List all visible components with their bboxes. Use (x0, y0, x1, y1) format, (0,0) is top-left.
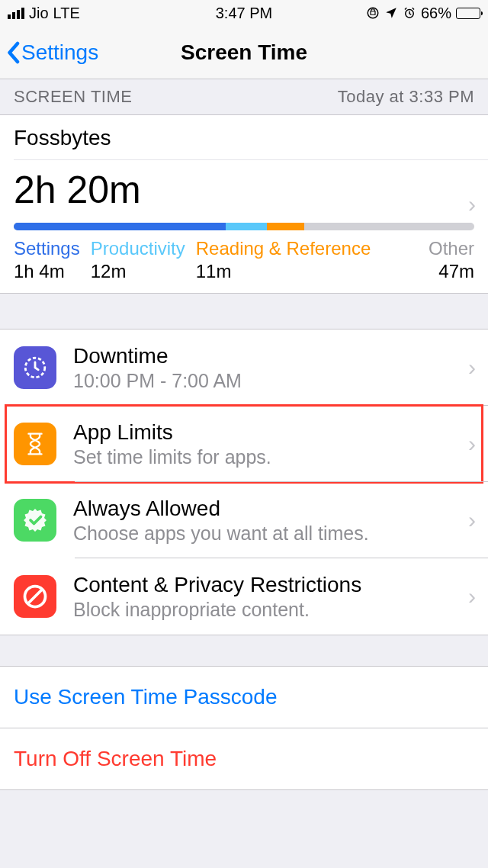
section-header: SCREEN TIME Today at 3:33 PM (0, 79, 488, 114)
no-entry-icon (14, 575, 56, 618)
category-productivity: Productivity 12m (91, 238, 185, 282)
usage-bar (14, 223, 474, 230)
category-other: Other 47m (429, 238, 474, 282)
bar-segment-settings (14, 223, 226, 230)
category-row: Settings 1h 4m Productivity 12m Reading … (14, 238, 474, 282)
section-header-left: SCREEN TIME (14, 87, 132, 107)
category-settings: Settings 1h 4m (14, 238, 80, 282)
downtime-icon (14, 346, 56, 389)
back-label: Settings (21, 40, 98, 65)
actions-group: Use Screen Time Passcode Turn Off Screen… (0, 666, 488, 790)
svg-line-4 (28, 590, 42, 603)
row-subtitle: Block inappropriate content. (73, 599, 361, 621)
check-seal-icon (14, 499, 56, 542)
row-content-restrictions[interactable]: Content & Privacy Restrictions Block ina… (0, 558, 488, 635)
orientation-lock-icon (366, 6, 380, 20)
category-reading: Reading & Reference 11m (196, 238, 371, 282)
chevron-right-icon: › (468, 507, 476, 533)
back-button[interactable]: Settings (6, 40, 98, 65)
row-subtitle: 10:00 PM - 7:00 AM (73, 370, 242, 392)
chevron-right-icon: › (468, 583, 476, 609)
row-app-limits[interactable]: App Limits Set time limits for apps. › (0, 406, 488, 482)
row-downtime[interactable]: Downtime 10:00 PM - 7:00 AM › (0, 330, 488, 406)
row-title: App Limits (73, 420, 271, 445)
row-subtitle: Set time limits for apps. (73, 446, 271, 468)
status-bar: Jio LTE 3:47 PM 66% (0, 0, 488, 26)
bar-segment-productivity (226, 223, 267, 230)
alarm-icon (403, 6, 416, 20)
usage-summary-cell[interactable]: Fossbytes › 2h 20m Settings 1h 4m Produc… (0, 114, 488, 294)
row-always-allowed[interactable]: Always Allowed Choose apps you want at a… (0, 482, 488, 558)
total-time: 2h 20m (14, 160, 474, 223)
signal-icon (8, 8, 24, 19)
turn-off-button[interactable]: Turn Off Screen Time (0, 728, 488, 790)
nav-bar: Settings Screen Time (0, 26, 488, 79)
chevron-left-icon (6, 41, 20, 64)
location-icon (384, 6, 398, 20)
bar-segment-reading (267, 223, 303, 230)
use-passcode-button[interactable]: Use Screen Time Passcode (0, 667, 488, 728)
chevron-right-icon: › (468, 355, 476, 381)
network-label: LTE (53, 5, 80, 22)
chevron-right-icon: › (468, 431, 476, 457)
battery-icon (456, 8, 480, 19)
device-name: Fossbytes (14, 126, 474, 150)
row-title: Always Allowed (73, 497, 369, 521)
battery-percent: 66% (421, 5, 451, 22)
chevron-right-icon: › (468, 191, 476, 217)
row-title: Downtime (73, 344, 242, 368)
carrier-label: Jio (29, 5, 49, 22)
row-title: Content & Privacy Restrictions (73, 573, 361, 597)
row-subtitle: Choose apps you want at all times. (73, 522, 369, 545)
features-group: Downtime 10:00 PM - 7:00 AM › App Limits… (0, 329, 488, 635)
hourglass-icon (14, 423, 56, 465)
section-header-right: Today at 3:33 PM (338, 87, 474, 107)
